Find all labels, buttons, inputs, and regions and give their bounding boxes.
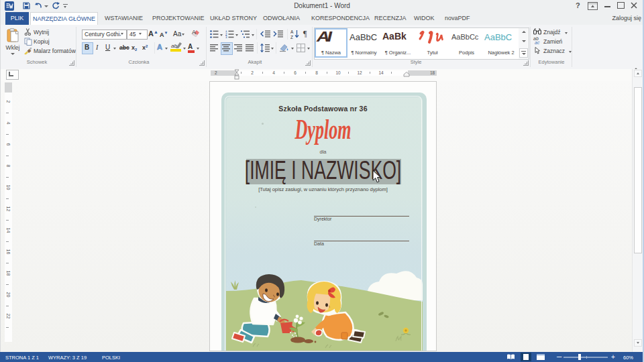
- svg-text:Z: Z: [290, 35, 293, 40]
- svg-text:A: A: [290, 29, 294, 34]
- svg-text:3: 3: [225, 36, 227, 38]
- svg-text:A: A: [192, 29, 196, 36]
